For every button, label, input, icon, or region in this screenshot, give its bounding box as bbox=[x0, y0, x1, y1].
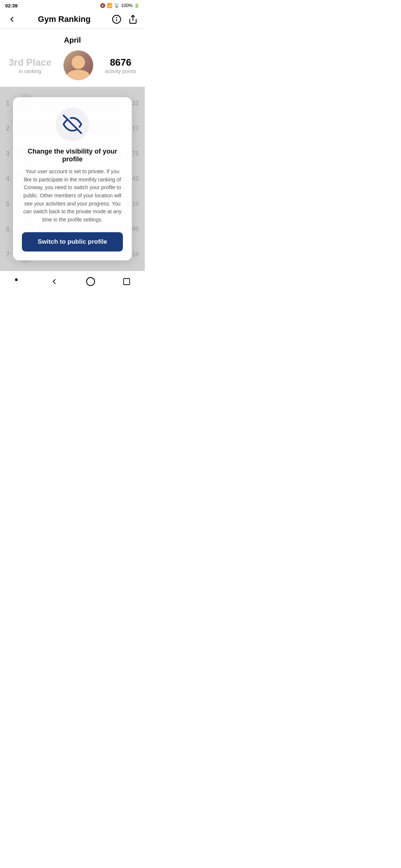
overlay-title: Change the visibility of your profile bbox=[22, 148, 123, 163]
profile-row: 3rd Place in ranking 8676 activity point… bbox=[9, 50, 136, 80]
ranking-background: 1 9223 2 9017 3 8676 4 7842 5 7210 bbox=[0, 87, 145, 271]
square-button[interactable] bbox=[120, 275, 133, 288]
visibility-overlay-card: Change the visibility of your profile Yo… bbox=[13, 97, 132, 260]
hidden-eye-icon bbox=[63, 115, 82, 134]
profile-rank: 3rd Place in ranking bbox=[9, 57, 52, 74]
rank-label: in ranking bbox=[9, 68, 52, 74]
bottom-nav bbox=[0, 271, 145, 294]
overlay-body: Your user account is set to private. If … bbox=[22, 168, 123, 224]
svg-point-7 bbox=[87, 277, 95, 286]
profile-points: 8676 activity points bbox=[105, 57, 136, 74]
profile-section: April 3rd Place in ranking 8676 activity… bbox=[0, 29, 145, 87]
profile-month: April bbox=[64, 36, 81, 45]
svg-rect-8 bbox=[124, 279, 130, 285]
share-button[interactable] bbox=[127, 13, 139, 25]
home-button[interactable] bbox=[84, 275, 97, 288]
back-nav-button[interactable] bbox=[48, 275, 61, 288]
svg-rect-6 bbox=[15, 279, 17, 281]
recent-apps-button[interactable] bbox=[12, 275, 25, 288]
switch-to-public-button[interactable]: Switch to public profile bbox=[22, 232, 123, 251]
avatar bbox=[63, 50, 93, 80]
nav-action-icons bbox=[111, 13, 139, 25]
points-label: activity points bbox=[105, 68, 136, 74]
status-time: 02:39 bbox=[5, 3, 17, 9]
wifi-icon: 📶 bbox=[107, 3, 113, 8]
svg-point-3 bbox=[116, 17, 117, 18]
top-nav: Gym Ranking bbox=[0, 10, 145, 29]
avatar-image bbox=[63, 50, 93, 80]
status-bar: 02:39 🔇 📶 📡 100% 🔋 bbox=[0, 0, 145, 10]
mute-icon: 🔇 bbox=[100, 3, 105, 8]
status-icons: 🔇 📶 📡 100% 🔋 bbox=[100, 3, 140, 8]
signal-icon: 📡 bbox=[114, 3, 120, 8]
info-button[interactable] bbox=[111, 13, 123, 25]
battery-label: 100% bbox=[121, 3, 133, 8]
back-button[interactable] bbox=[6, 13, 18, 25]
rank-number: 3rd Place bbox=[9, 57, 52, 68]
page-title: Gym Ranking bbox=[38, 14, 91, 24]
points-number: 8676 bbox=[105, 57, 136, 68]
visibility-icon-circle bbox=[56, 108, 89, 141]
battery-icon: 🔋 bbox=[134, 3, 140, 8]
